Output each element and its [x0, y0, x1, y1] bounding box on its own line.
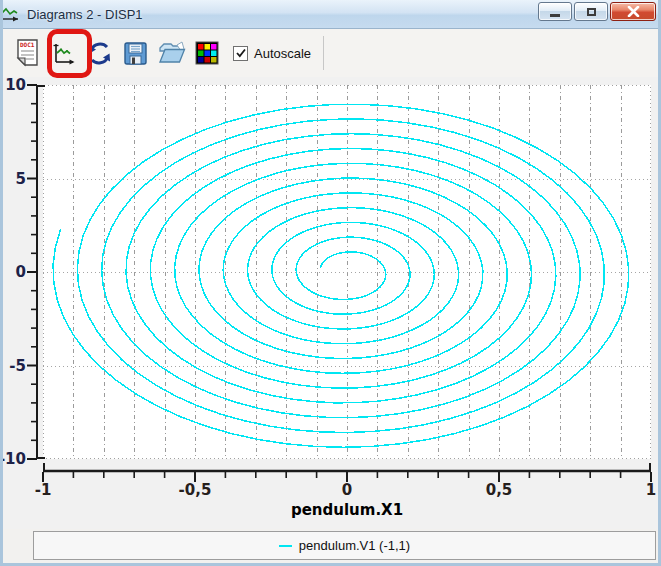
report-document-button[interactable]: DOC1: [9, 32, 45, 74]
plot-axes-icon: [50, 40, 77, 67]
title-bar[interactable]: Diagrams 2 - DISP1: [3, 0, 658, 29]
svg-text:DOC1: DOC1: [20, 41, 35, 48]
autoscale-checkbox[interactable]: [233, 46, 248, 61]
open-folder-button[interactable]: [153, 32, 189, 74]
y-tick-label: 5: [16, 170, 26, 188]
refresh-icon: [86, 40, 113, 67]
autoscale-control: Autoscale: [233, 46, 311, 61]
open-folder-icon: [157, 40, 186, 67]
minimize-icon: [550, 14, 560, 17]
save-icon: [122, 40, 149, 67]
phase-plot[interactable]: 1050-5-10-1-0,500,51pendulum.X1: [3, 77, 658, 529]
x-tick-label: -1: [35, 481, 52, 499]
x-tick-label: 0,5: [486, 481, 513, 499]
autoscale-label: Autoscale: [254, 46, 311, 61]
checkmark-icon: [235, 47, 247, 59]
legend: pendulum.V1 (-1,1): [33, 531, 656, 560]
y-tick-label: -10: [3, 450, 26, 468]
app-icon: [0, 6, 22, 23]
chart-panel: 1050-5-10-1-0,500,51pendulum.X1: [3, 77, 658, 529]
palette-icon: [195, 41, 219, 65]
refresh-button[interactable]: [81, 32, 117, 74]
restore-icon: [587, 8, 596, 16]
x-axis: [43, 463, 651, 482]
x-tick-label: 1: [646, 481, 656, 499]
legend-line-swatch: [279, 545, 292, 547]
toolbar: DOC1: [3, 29, 658, 78]
window-title: Diagrams 2 - DISP1: [27, 7, 143, 22]
legend-label: pendulum.V1 (-1,1): [299, 538, 410, 553]
document-icon: DOC1: [14, 38, 41, 68]
x-axis-title: pendulum.X1: [291, 501, 403, 519]
window-controls: [538, 2, 656, 21]
y-tick-label: 10: [5, 77, 26, 94]
x-tick-label: 0: [342, 481, 352, 499]
close-icon: [627, 6, 640, 17]
plot-settings-button[interactable]: [45, 32, 81, 74]
close-button[interactable]: [610, 2, 656, 21]
color-palette-button[interactable]: [189, 32, 225, 74]
y-tick-label: 0: [16, 263, 26, 281]
restore-button[interactable]: [574, 2, 608, 21]
y-tick-label: -5: [9, 357, 26, 375]
minimize-button[interactable]: [538, 2, 572, 21]
toolbar-separator: [323, 36, 324, 70]
y-axis: [27, 85, 45, 459]
x-tick-label: -0,5: [179, 481, 212, 499]
save-button[interactable]: [117, 32, 153, 74]
app-window: Diagrams 2 - DISP1 DOC1: [0, 0, 661, 566]
